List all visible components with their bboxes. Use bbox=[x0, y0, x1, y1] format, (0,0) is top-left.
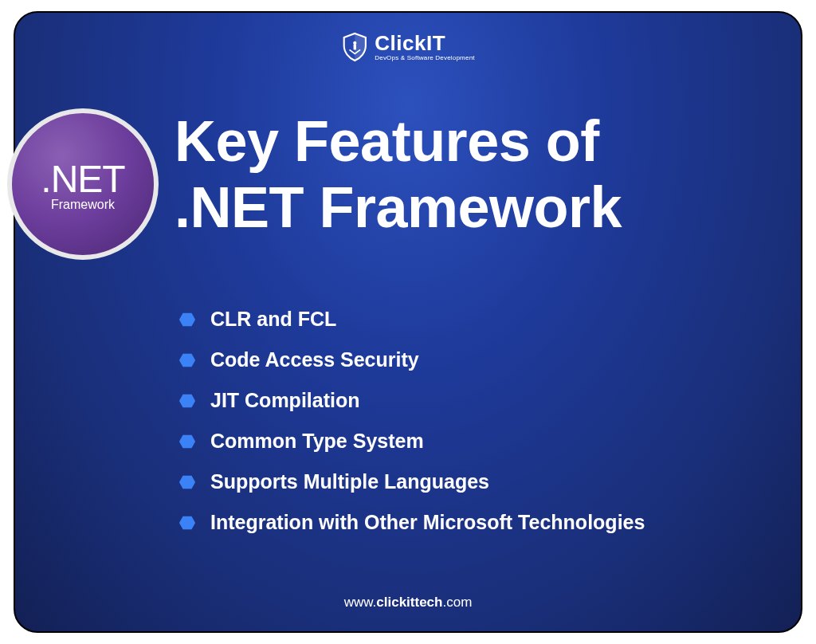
feature-label: Common Type System bbox=[210, 430, 424, 453]
hexagon-bullet-icon bbox=[178, 433, 196, 450]
brand-text: ClickIT DevOps & Software Development bbox=[375, 33, 474, 61]
page-title: Key Features of .NET Framework bbox=[175, 108, 622, 241]
list-item: Supports Multiple Languages bbox=[178, 470, 645, 493]
hexagon-bullet-icon bbox=[178, 392, 196, 410]
feature-label: CLR and FCL bbox=[210, 308, 336, 331]
title-line-1: Key Features of bbox=[175, 108, 622, 175]
brand-tagline: DevOps & Software Development bbox=[375, 55, 474, 61]
feature-list: CLR and FCL Code Access Security JIT Com… bbox=[178, 308, 645, 534]
feature-label: Supports Multiple Languages bbox=[210, 470, 489, 493]
list-item: Integration with Other Microsoft Technol… bbox=[178, 511, 645, 534]
brand-name: ClickIT bbox=[375, 33, 474, 53]
svg-marker-5 bbox=[179, 434, 195, 448]
footer-prefix: www. bbox=[344, 595, 377, 610]
svg-marker-7 bbox=[179, 516, 195, 529]
svg-marker-4 bbox=[179, 394, 195, 407]
list-item: CLR and FCL bbox=[178, 308, 645, 331]
svg-marker-3 bbox=[179, 353, 195, 367]
list-item: Common Type System bbox=[178, 430, 645, 453]
dotnet-badge: .NET Framework bbox=[7, 108, 159, 260]
feature-label: JIT Compilation bbox=[210, 389, 360, 412]
svg-point-0 bbox=[353, 41, 356, 45]
footer-domain: clickittech bbox=[376, 595, 442, 610]
brand-logo: ClickIT DevOps & Software Development bbox=[341, 32, 474, 62]
list-item: JIT Compilation bbox=[178, 389, 645, 412]
footer-url: www.clickittech.com bbox=[344, 595, 473, 611]
footer-suffix: .com bbox=[442, 595, 472, 610]
hexagon-bullet-icon bbox=[178, 473, 196, 491]
title-line-2: .NET Framework bbox=[175, 175, 622, 241]
svg-marker-6 bbox=[179, 475, 195, 489]
list-item: Code Access Security bbox=[178, 348, 645, 371]
badge-sub: Framework bbox=[51, 198, 115, 212]
feature-label: Integration with Other Microsoft Technol… bbox=[210, 511, 645, 534]
hexagon-bullet-icon bbox=[178, 514, 196, 532]
badge-main: .NET bbox=[41, 157, 124, 201]
hexagon-bullet-icon bbox=[178, 351, 196, 369]
shield-icon bbox=[341, 32, 368, 62]
feature-label: Code Access Security bbox=[210, 348, 419, 371]
svg-rect-1 bbox=[354, 45, 356, 50]
info-card: ClickIT DevOps & Software Development .N… bbox=[14, 11, 802, 633]
hexagon-bullet-icon bbox=[178, 311, 196, 328]
svg-marker-2 bbox=[179, 312, 195, 326]
